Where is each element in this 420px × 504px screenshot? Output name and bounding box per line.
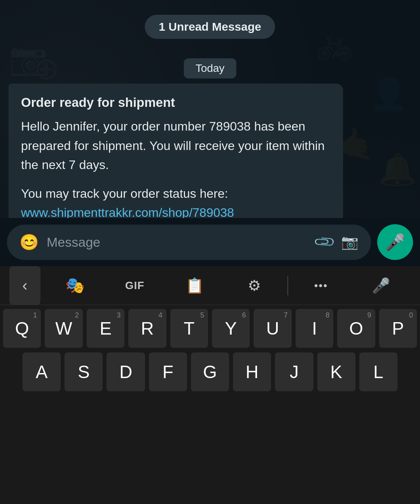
unread-message-pill[interactable]: 1 Unread Message xyxy=(145,15,275,39)
attach-icon[interactable]: 📎 xyxy=(313,230,337,254)
keyboard-row-1: 1Q 2W 3E 4R 5T 6Y 7U 8I 9O 0P xyxy=(3,309,417,348)
keyboard-area: ‹ 🎭 GIF 📋 ⚙ ••• 🎤 1Q 2W 3E 4R 5T 6Y xyxy=(0,266,420,504)
microphone-icon: 🎤 xyxy=(385,233,405,252)
message-input-field[interactable]: 😊 Message 📎 📷 xyxy=(7,225,371,260)
message-body-1: Hello Jennifer, your order number 789038… xyxy=(21,117,331,175)
toolbar-divider xyxy=(287,276,288,295)
keyboard-toolbar: ‹ 🎭 GIF 📋 ⚙ ••• 🎤 xyxy=(0,266,420,305)
sticker-button[interactable]: 🎭 xyxy=(45,266,105,305)
gear-icon: ⚙ xyxy=(248,277,261,294)
key-U[interactable]: 7U xyxy=(254,309,291,348)
keyboard-keys: 1Q 2W 3E 4R 5T 6Y 7U 8I 9O 0P A S D F G … xyxy=(0,305,420,391)
key-Q[interactable]: 1Q xyxy=(3,309,41,348)
more-button[interactable]: ••• xyxy=(291,266,351,305)
date-label-text: Today xyxy=(196,62,225,74)
input-bar: 😊 Message 📎 📷 🎤 xyxy=(0,218,420,266)
key-O[interactable]: 9O xyxy=(337,309,375,348)
keyboard-mic-icon: 🎤 xyxy=(372,277,390,294)
keyboard-back-button[interactable]: ‹ xyxy=(9,266,40,305)
key-Y[interactable]: 6Y xyxy=(212,309,250,348)
sticker-icon: 🎭 xyxy=(65,276,85,295)
unread-pill-label: 1 Unread Message xyxy=(159,20,261,33)
emoji-icon[interactable]: 😊 xyxy=(19,233,39,251)
track-prefix: You may track your order status here: xyxy=(21,187,228,201)
more-icon: ••• xyxy=(314,279,328,292)
camera-icon[interactable]: 📷 xyxy=(341,234,359,250)
gif-button[interactable]: GIF xyxy=(105,266,165,305)
keyboard-mic-button[interactable]: 🎤 xyxy=(351,266,411,305)
key-W[interactable]: 2W xyxy=(45,309,82,348)
message-title: Order ready for shipment xyxy=(21,95,331,110)
key-L[interactable]: L xyxy=(359,352,397,391)
key-P[interactable]: 0P xyxy=(379,309,417,348)
back-icon: ‹ xyxy=(22,277,27,294)
key-I[interactable]: 8I xyxy=(296,309,333,348)
message-placeholder[interactable]: Message xyxy=(47,235,308,250)
message-body-2: You may track your order status here: ww… xyxy=(21,184,331,223)
key-S[interactable]: S xyxy=(65,352,103,391)
date-separator: Today xyxy=(184,58,236,78)
key-H[interactable]: H xyxy=(233,352,271,391)
key-K[interactable]: K xyxy=(317,352,355,391)
voice-button[interactable]: 🎤 xyxy=(377,224,413,260)
key-G[interactable]: G xyxy=(191,352,229,391)
key-J[interactable]: J xyxy=(275,352,313,391)
keyboard-row-2: A S D F G H J K L xyxy=(3,352,417,391)
clipboard-button[interactable]: 📋 xyxy=(164,266,224,305)
clipboard-icon: 📋 xyxy=(186,277,204,294)
key-A[interactable]: A xyxy=(23,352,61,391)
key-E[interactable]: 3E xyxy=(87,309,124,348)
key-F[interactable]: F xyxy=(149,352,187,391)
key-T[interactable]: 5T xyxy=(170,309,208,348)
key-R[interactable]: 4R xyxy=(128,309,166,348)
gif-label: GIF xyxy=(125,279,145,292)
key-D[interactable]: D xyxy=(107,352,145,391)
tracking-link[interactable]: www.shipmenttrakkr.com/shop/789038 xyxy=(21,206,234,220)
settings-button[interactable]: ⚙ xyxy=(224,266,284,305)
